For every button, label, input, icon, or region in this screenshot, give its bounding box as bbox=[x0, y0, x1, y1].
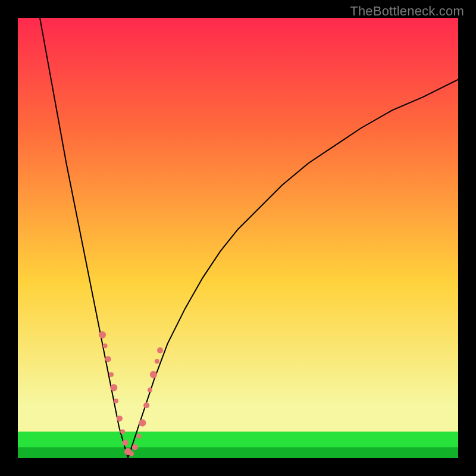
data-marker bbox=[155, 359, 159, 364]
data-marker bbox=[148, 387, 152, 392]
gradient-bg bbox=[18, 18, 458, 458]
chart-frame: TheBottleneck.com bbox=[0, 0, 476, 476]
chart-canvas bbox=[18, 18, 458, 458]
data-marker bbox=[99, 331, 106, 339]
data-marker bbox=[110, 384, 117, 392]
data-marker bbox=[123, 440, 129, 446]
data-marker bbox=[117, 415, 123, 421]
data-marker bbox=[114, 399, 118, 403]
green-band-dark bbox=[18, 447, 458, 459]
cream-band bbox=[18, 405, 458, 431]
data-marker bbox=[132, 444, 138, 450]
green-band bbox=[18, 432, 458, 447]
data-marker bbox=[157, 347, 163, 353]
data-marker bbox=[139, 419, 146, 427]
data-marker bbox=[137, 434, 142, 439]
watermark-text: TheBottleneck.com bbox=[350, 4, 464, 19]
data-marker bbox=[103, 343, 108, 348]
data-marker bbox=[120, 430, 125, 434]
data-marker bbox=[105, 356, 111, 362]
plot-area bbox=[18, 18, 458, 458]
data-marker bbox=[143, 402, 149, 408]
data-marker bbox=[129, 452, 134, 456]
data-marker bbox=[109, 372, 114, 377]
data-marker bbox=[150, 371, 157, 378]
